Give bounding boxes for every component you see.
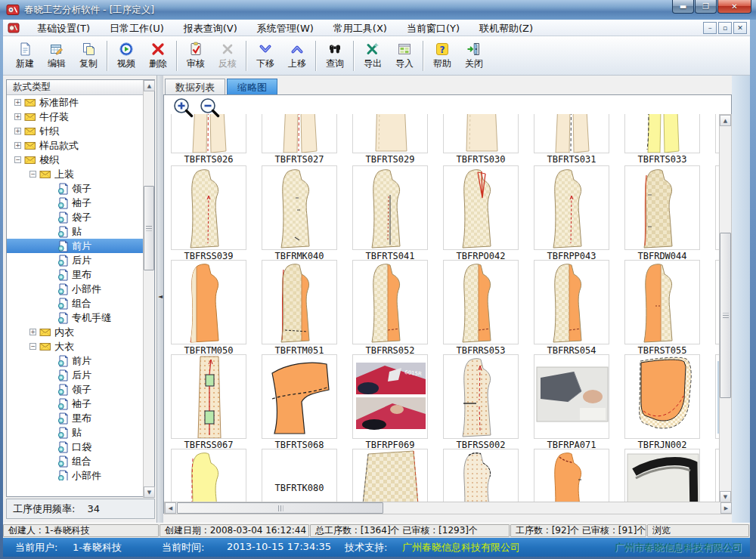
tree-item-前片[interactable]: 前片: [7, 354, 143, 368]
tree-item-大衣[interactable]: −大衣: [7, 339, 143, 354]
tree-item-梭织[interactable]: −梭织: [7, 153, 143, 167]
v-scroll-down[interactable]: ▼: [720, 491, 731, 502]
thumbnail-cell[interactable]: [715, 165, 719, 250]
expand-icon[interactable]: +: [14, 99, 21, 106]
thumbnail-cell[interactable]: [443, 354, 519, 439]
tree-item-袖子[interactable]: 袖子: [7, 196, 143, 210]
thumbnail-cell[interactable]: [171, 260, 246, 344]
tree-item-小部件[interactable]: 小部件: [7, 282, 143, 296]
thumbnail-cell[interactable]: [715, 354, 719, 439]
h-scroll-thumb[interactable]: [177, 502, 383, 514]
zoom-in-icon[interactable]: [172, 97, 195, 119]
tree-item-贴[interactable]: 贴: [7, 224, 143, 239]
close-button[interactable]: ✕: [717, 0, 751, 14]
search-button[interactable]: 查询: [319, 39, 351, 73]
minimize-button[interactable]: ▬: [672, 0, 694, 14]
tree-item-后片[interactable]: 后片: [7, 368, 143, 382]
tree-item-针织[interactable]: +针织: [7, 124, 143, 138]
maximize-button[interactable]: ❐: [695, 0, 717, 14]
tree-item-小部件[interactable]: 小部件: [7, 468, 143, 480]
tree-scroll-down[interactable]: ▼: [144, 486, 155, 498]
thumbnail-cell[interactable]: [624, 354, 700, 439]
menu-item[interactable]: 报表查询(V): [174, 21, 247, 36]
tree-scroll-thumb[interactable]: [144, 186, 154, 270]
thumbnail-cell[interactable]: 6015R: [352, 354, 428, 439]
menu-item[interactable]: 系统管理(W): [247, 21, 324, 36]
tab-缩略图[interactable]: 缩略图: [227, 79, 277, 94]
import-button[interactable]: 导入: [389, 39, 420, 73]
tree-item-领子[interactable]: 领子: [7, 382, 143, 397]
thumbnail-cell[interactable]: [352, 449, 428, 502]
thumbnail-cell[interactable]: [443, 165, 519, 250]
help-button[interactable]: ?帮助: [426, 39, 458, 73]
expand-icon[interactable]: +: [14, 128, 21, 134]
tree-item-袖子[interactable]: 袖子: [7, 397, 143, 411]
horizontal-scrollbar[interactable]: ◀ ▶: [164, 502, 732, 514]
tree-item-标准部件[interactable]: +标准部件: [7, 95, 143, 110]
thumbnail-cell[interactable]: [715, 114, 719, 153]
thumbnail-cell[interactable]: [534, 114, 609, 153]
thumbnail-cell[interactable]: [715, 260, 719, 344]
tree-item-内衣[interactable]: +内衣: [7, 325, 143, 339]
new-doc-button[interactable]: 新建: [9, 39, 41, 73]
v-scroll-up[interactable]: ▲: [720, 115, 731, 126]
thumbnail-cell[interactable]: [262, 165, 337, 250]
tree-item-组合[interactable]: 组合: [7, 296, 143, 310]
tree-item-里布[interactable]: 里布: [7, 267, 143, 282]
collapse-icon[interactable]: −: [29, 171, 36, 178]
tree-item-领子[interactable]: 领子: [7, 181, 143, 196]
tree-item-贴[interactable]: 贴: [7, 425, 143, 440]
tree-scroll-up[interactable]: ▲: [144, 80, 155, 91]
move-down-button[interactable]: 下移: [249, 39, 281, 73]
vertical-scrollbar[interactable]: ▲ ▼: [719, 114, 732, 502]
mdi-restore-button[interactable]: ▫: [718, 22, 732, 34]
expand-icon[interactable]: +: [14, 113, 21, 120]
thumbnail-cell[interactable]: [171, 449, 246, 502]
thumbnail-cell[interactable]: [534, 165, 609, 250]
thumbnail-cell[interactable]: [352, 165, 428, 250]
tree-item-牛仔装[interactable]: +牛仔装: [7, 110, 143, 124]
thumbnail-cell[interactable]: [624, 260, 700, 344]
tree-item-组合[interactable]: 组合: [7, 454, 143, 468]
thumbnail-cell[interactable]: [171, 354, 246, 439]
h-scroll-right[interactable]: ▶: [720, 502, 732, 514]
menu-item[interactable]: 当前窗口(Y): [397, 21, 469, 36]
tree-item-专机手缝[interactable]: 专机手缝: [7, 310, 143, 325]
tree-item-后片[interactable]: 后片: [7, 253, 143, 267]
thumbnail-cell[interactable]: [352, 114, 428, 153]
menu-item[interactable]: 联机帮助(Z): [469, 21, 543, 36]
thumbnail-cell[interactable]: [262, 260, 337, 344]
thumbnail-cell[interactable]: [715, 449, 719, 502]
video-button[interactable]: 视频: [110, 39, 142, 73]
v-scroll-thumb[interactable]: [720, 233, 731, 398]
thumbnail-cell[interactable]: [534, 449, 609, 502]
tree-item-样品款式[interactable]: +样品款式: [7, 138, 143, 153]
collapse-icon[interactable]: −: [14, 156, 21, 163]
edit-button[interactable]: 编辑: [41, 39, 73, 73]
menu-item[interactable]: 日常工作(U): [100, 21, 174, 36]
menu-item[interactable]: 基础设置(T): [27, 21, 100, 36]
thumbnail-cell[interactable]: [624, 449, 700, 502]
delete-button[interactable]: 删除: [142, 39, 174, 73]
splitter[interactable]: ◄: [156, 76, 163, 523]
thumbnail-cell[interactable]: [262, 114, 337, 153]
tree-item-里布[interactable]: 里布: [7, 411, 143, 425]
mdi-close-button[interactable]: ✕: [733, 22, 747, 34]
tab-数据列表[interactable]: 数据列表: [165, 79, 225, 94]
audit-button[interactable]: 审核: [180, 39, 212, 73]
splitter-collapse-icon[interactable]: ◄: [158, 293, 163, 300]
thumbnail-cell[interactable]: [443, 260, 519, 344]
thumbnail-cell[interactable]: [443, 449, 519, 502]
thumbnail-cell[interactable]: [262, 354, 337, 439]
export-button[interactable]: 导出: [357, 39, 389, 73]
thumbnail-cell[interactable]: [534, 260, 609, 344]
copy-button[interactable]: 复制: [73, 39, 104, 73]
thumbnail-cell[interactable]: [443, 114, 519, 153]
tree-item-上装[interactable]: −上装: [7, 167, 143, 181]
collapse-icon[interactable]: −: [29, 343, 36, 350]
tree-scrollbar[interactable]: ▲ ▼: [143, 80, 154, 498]
close-door-button[interactable]: 关闭: [458, 39, 490, 73]
expand-icon[interactable]: +: [29, 329, 36, 335]
expand-icon[interactable]: +: [14, 142, 21, 149]
h-scroll-left[interactable]: ◀: [165, 502, 176, 514]
